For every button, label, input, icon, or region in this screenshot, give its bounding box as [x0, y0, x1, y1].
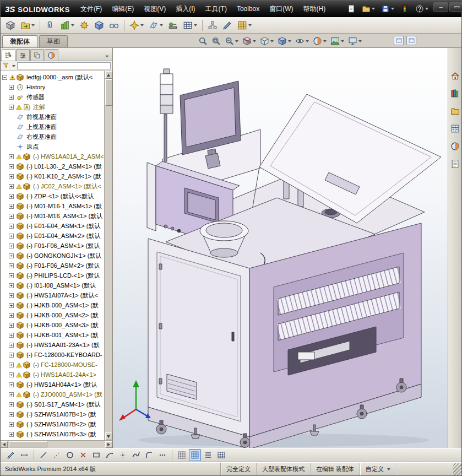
featuremanager-tree-tab[interactable]: [2, 49, 15, 61]
feature-tree-item[interactable]: 上视基准面: [1, 122, 104, 132]
hscroll-thumb[interactable]: [9, 441, 47, 447]
expand-toggle-icon[interactable]: +: [9, 283, 14, 288]
feature-tree-item[interactable]: +(-) E01-E04_ASM<1> (默认: [1, 221, 104, 231]
rapid-sketch-button[interactable]: [189, 449, 201, 461]
zoom-to-fit-button[interactable]: [197, 35, 209, 47]
expand-toggle-icon[interactable]: +: [9, 184, 14, 189]
feature-tree-item[interactable]: +(-) SZHWS1AI07B<3> (默: [1, 429, 104, 439]
assembly-features-button[interactable]: [128, 19, 145, 32]
feature-tree-item[interactable]: +(-) HWS1AH04A<1> (默认: [1, 380, 104, 390]
pane-split-1-button[interactable]: [394, 36, 404, 45]
feature-tree-item[interactable]: 原点: [1, 142, 104, 152]
expand-toggle-icon[interactable]: +: [9, 105, 14, 110]
feature-tree-item[interactable]: +(-) FC-128000-MOUSE-: [1, 360, 104, 370]
sketch-button[interactable]: [5, 449, 17, 461]
menu-e[interactable]: 编辑(E): [107, 1, 139, 17]
feature-tree-item[interactable]: +(-) K01-K10_2_ASM<1> (默: [1, 171, 104, 181]
feature-tree-item[interactable]: +(-) SZHWS1AI07B<1> (默: [1, 409, 104, 419]
feature-tree-item[interactable]: +(-) S01-S17_ASM<1> (默认: [1, 399, 104, 409]
expand-toggle-icon[interactable]: +: [9, 174, 14, 179]
feature-tree-root[interactable]: −ledfgj-0000-_asm (默认<: [1, 72, 104, 82]
feature-tree-item[interactable]: +(-) FC-128000-KEYBOARD-: [1, 350, 104, 360]
feature-tree-item[interactable]: +(-) HJKB-000_ASM<3> (默: [1, 320, 104, 330]
menu-toolbox[interactable]: Toolbox: [232, 1, 264, 17]
linear-component-pattern-button[interactable]: [58, 19, 76, 32]
circle-button[interactable]: [64, 449, 76, 461]
menu-h[interactable]: 帮助(H): [298, 1, 331, 17]
menu-i[interactable]: 插入(I): [171, 1, 200, 17]
expand-toggle-icon[interactable]: +: [9, 422, 14, 427]
feature-tree-item[interactable]: +(-) GONGKONGJI<1> (默认: [1, 251, 104, 261]
expand-toggle-icon[interactable]: +: [9, 382, 14, 387]
expand-toggle-icon[interactable]: +: [9, 392, 14, 397]
filter-funnel-icon[interactable]: [2, 61, 9, 71]
expand-toggle-icon[interactable]: +: [9, 214, 14, 219]
feature-tree-item[interactable]: +(-) HWS1AA01-23A<1> (默: [1, 340, 104, 350]
sketch-fillet-button[interactable]: [143, 449, 155, 461]
expand-toggle-icon[interactable]: +: [9, 402, 14, 407]
edit-component-button[interactable]: [4, 19, 17, 32]
grid-system-button[interactable]: [176, 449, 188, 461]
menu-w[interactable]: 窗口(W): [264, 1, 298, 17]
feature-tree-item[interactable]: +(-) HJKB-000_ASM<1> (默: [1, 300, 104, 310]
smart-dimension-button[interactable]: [18, 449, 30, 461]
bill-of-materials-button[interactable]: [181, 19, 199, 32]
feature-tree-item[interactable]: +(-) JC02_ASM<1> (默认<: [1, 181, 104, 191]
line-format-button[interactable]: [202, 449, 214, 461]
new-motion-study-button[interactable]: [166, 19, 180, 32]
panel-overflow-chevron[interactable]: »: [105, 52, 111, 61]
feature-tree-item[interactable]: +(-) F01-F06_ASM<2> (默认: [1, 261, 104, 271]
feature-tree-item[interactable]: +传感器: [1, 92, 104, 102]
scroll-right-button[interactable]: [105, 441, 112, 448]
feature-tree-item[interactable]: +History: [1, 82, 104, 92]
tree-filter-input[interactable]: [17, 62, 111, 69]
feature-tree-item[interactable]: 前视基准面: [1, 112, 104, 122]
feature-tree-item[interactable]: +(-) HJKB-000_ASM<2> (默: [1, 310, 104, 320]
appearances-scenes-button[interactable]: [449, 140, 461, 152]
display-style-button[interactable]: [276, 35, 293, 47]
reference-geometry-button[interactable]: [147, 19, 165, 32]
scroll-left-button[interactable]: [1, 441, 8, 448]
expand-toggle-icon[interactable]: +: [9, 412, 14, 417]
feature-tree-item[interactable]: +(-) M01-M16-1_ASM<1> (默: [1, 201, 104, 211]
custom-properties-button[interactable]: [449, 158, 461, 170]
help-button[interactable]: [413, 3, 431, 15]
expand-toggle-icon[interactable]: +: [9, 204, 14, 209]
design-table-button[interactable]: [215, 449, 227, 461]
design-library-button[interactable]: [449, 88, 461, 99]
solidworks-resources-button[interactable]: [449, 70, 461, 82]
file-explorer-button[interactable]: [449, 105, 461, 117]
expand-toggle-icon[interactable]: +: [9, 303, 14, 308]
expand-toggle-icon[interactable]: +: [9, 244, 14, 248]
feature-tree-item[interactable]: +(-) F01-F06_ASM<1> (默认: [1, 241, 104, 251]
insert-components-button[interactable]: [19, 19, 36, 32]
zoom-to-area-button[interactable]: [210, 35, 222, 47]
view-settings-button[interactable]: [346, 35, 363, 47]
show-hidden-components-button[interactable]: [107, 19, 121, 32]
view-palette-button[interactable]: [449, 123, 461, 134]
expand-toggle-icon[interactable]: +: [9, 85, 14, 90]
resize-grip[interactable]: [453, 463, 461, 475]
arc-button[interactable]: [104, 449, 116, 461]
expand-toggle-icon[interactable]: +: [9, 253, 14, 258]
feature-tree-item[interactable]: +(-) L01-L30-_2_ASM<1> (默: [1, 161, 104, 171]
tab-草图[interactable]: 草图: [39, 35, 68, 47]
line-button[interactable]: [37, 449, 50, 461]
feature-tree-item[interactable]: +(-) I01-I08_ASM<1> (默认: [1, 280, 104, 290]
pane-split-2-button[interactable]: [406, 36, 416, 45]
expand-toggle-icon[interactable]: +: [9, 95, 14, 100]
expand-toggle-icon[interactable]: +: [9, 432, 14, 437]
edit-appearance-button[interactable]: [311, 35, 328, 47]
centerline-button[interactable]: [51, 449, 63, 461]
instant3d-button[interactable]: [221, 19, 234, 32]
scroll-down-button[interactable]: [105, 432, 112, 440]
feature-tree-item[interactable]: +(-) ZDP-<1> (默认<<默认: [1, 191, 104, 201]
tree-horizontal-scrollbar[interactable]: [1, 440, 112, 448]
feature-tree-item[interactable]: +(-) PHILIPS-LCD-<1> (默认: [1, 271, 104, 280]
propertymanager-tab[interactable]: [16, 49, 30, 61]
filter-dropdown-icon[interactable]: [12, 65, 15, 67]
mate-button[interactable]: [44, 19, 57, 32]
expand-toggle-icon[interactable]: +: [9, 372, 14, 377]
status-lights-button[interactable]: [398, 3, 411, 15]
feature-tree-item[interactable]: +(-) HWS1AA01A_2_ASM<: [1, 152, 104, 161]
